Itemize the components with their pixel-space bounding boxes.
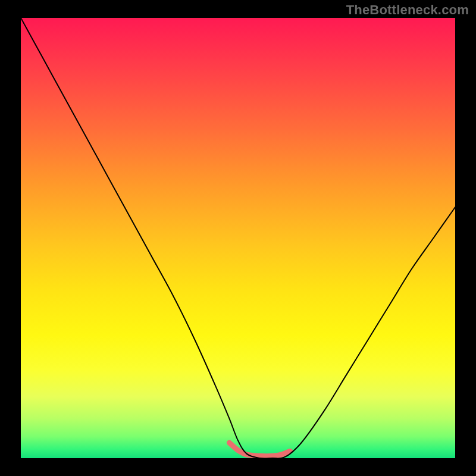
chart-frame: TheBottleneck.com — [0, 0, 476, 476]
thin-black-curve — [21, 18, 455, 458]
watermark-text: TheBottleneck.com — [346, 2, 469, 18]
thick-pink-segment — [229, 443, 290, 456]
plot-area — [21, 18, 455, 458]
curve-overlay — [21, 18, 455, 458]
